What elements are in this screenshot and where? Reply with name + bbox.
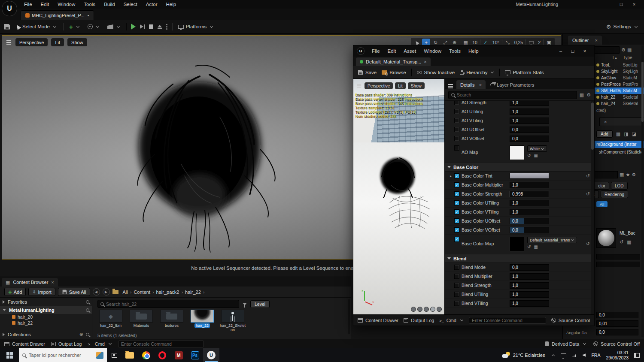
custom-shape-icon[interactable] (437, 307, 442, 312)
parameter-value[interactable]: 1,0 (510, 291, 549, 298)
show-dropdown[interactable]: Show (67, 38, 87, 46)
parameter-row[interactable]: Base Color Multiplier 1,0 ↺ (445, 181, 594, 190)
opera-button[interactable] (154, 348, 170, 362)
material-instance-window[interactable]: FileEditAssetWindowToolsHelp – □ × Defau… (353, 45, 595, 326)
panel-menu-icon[interactable] (448, 86, 453, 87)
project-root-item[interactable]: MetaHumanLighting (0, 306, 92, 314)
forward-button[interactable]: ► (103, 288, 110, 296)
tab-rendering[interactable]: Rendering (601, 190, 628, 198)
console-command-input[interactable] (472, 318, 543, 323)
asset-tile[interactable]: hair_22_fbm (97, 310, 124, 332)
cube-shape-icon[interactable] (424, 307, 429, 312)
weather-widget[interactable]: 21°C Eclaircies (502, 352, 545, 359)
clock[interactable]: 03:31 29/09/2023 (606, 350, 629, 360)
parameter-value[interactable]: 0,998 (510, 191, 549, 197)
lit-mode-dropdown[interactable]: Lit (395, 82, 406, 89)
frame-skip-button[interactable] (140, 24, 145, 29)
maximize-button[interactable]: □ (567, 48, 579, 54)
parameter-row[interactable]: Base Color UTiling 1,0 ↺ (445, 199, 594, 208)
menu-item[interactable]: Actor (142, 0, 162, 8)
lit-mode-dropdown[interactable]: Lit (51, 38, 64, 46)
collections-section[interactable]: Collections ⊕ (0, 330, 92, 338)
start-button[interactable] (0, 348, 19, 362)
minimize-button[interactable]: – (602, 0, 615, 9)
search-icon[interactable] (86, 300, 89, 304)
display-filter-icon[interactable]: ▦ (580, 93, 584, 97)
override-checkbox[interactable] (454, 182, 459, 187)
details-settings-icon[interactable]: ⚙ (586, 93, 591, 97)
viewport-menu-icon[interactable] (357, 85, 361, 86)
reset-icon[interactable]: ↺ (586, 173, 590, 179)
console-command-input[interactable] (121, 341, 201, 347)
material-slot-name[interactable]: ML_Bac (620, 231, 635, 235)
override-checkbox[interactable] (454, 209, 459, 214)
keyboard-language[interactable]: FRA (591, 353, 600, 358)
cinematics-dropdown[interactable] (106, 23, 122, 30)
base-color-map-row[interactable]: Base Color Map Default_Material_Trans ↺ … (445, 235, 594, 254)
angle-snap-value[interactable]: 10° (491, 40, 501, 45)
add-button[interactable]: +Add (4, 288, 26, 296)
asset-tile[interactable]: hair_22 (189, 310, 216, 332)
tray-expand-icon[interactable] (552, 354, 555, 357)
add-component-button[interactable]: Add (596, 130, 613, 138)
menu-item[interactable]: Select (119, 0, 142, 8)
source-control-button[interactable]: Source Control (551, 318, 590, 323)
camera-speed-value[interactable]: 2 (537, 40, 542, 45)
back-button[interactable]: ◄ (93, 288, 100, 296)
menu-item[interactable]: Help (465, 47, 483, 55)
menu-item[interactable]: Tools (445, 47, 465, 55)
menu-item[interactable]: File (368, 47, 384, 55)
use-selected-icon[interactable]: ↺ (527, 244, 531, 249)
hierarchy-dropdown[interactable]: Hierarchy (460, 70, 494, 75)
override-checkbox[interactable] (454, 173, 459, 178)
field-value[interactable]: 0,0 (596, 329, 638, 335)
search-icon[interactable] (86, 308, 89, 312)
close-button[interactable]: × (628, 0, 641, 9)
tree-folder-item[interactable]: hair_20 (0, 314, 92, 320)
menu-item[interactable]: Build (100, 0, 119, 8)
parameter-value[interactable]: 1,0 (510, 209, 549, 215)
parameter-value[interactable]: 1,0 (510, 109, 549, 115)
breadcrumb-item[interactable]: All (123, 290, 128, 295)
close-icon[interactable]: × (51, 280, 54, 285)
outliner-filter-icon[interactable]: ▦ (627, 48, 632, 52)
content-drawer-button[interactable]: Content Drawer (4, 341, 45, 347)
perspective-dropdown[interactable]: Perspective (15, 38, 48, 46)
display-tray-icon[interactable] (561, 353, 566, 357)
parameter-value[interactable]: 1,0 (510, 200, 549, 206)
close-icon[interactable]: × (424, 59, 426, 64)
asset-tile[interactable]: Materials (128, 310, 155, 332)
override-checkbox[interactable] (454, 200, 459, 205)
asset-search-input[interactable] (106, 302, 226, 307)
parameter-value[interactable]: 1,0 (510, 182, 549, 188)
details-search-input[interactable] (457, 92, 574, 97)
expander-icon[interactable]: ▸ (450, 174, 454, 178)
reset-icon[interactable]: ↺ (586, 191, 590, 197)
breadcrumb-item[interactable]: Content (134, 290, 150, 295)
details-scrollbar-thumb[interactable] (591, 103, 594, 150)
menu-item[interactable]: Asset (400, 47, 420, 55)
menu-item[interactable]: Tools (79, 0, 100, 8)
override-checkbox[interactable] (454, 127, 459, 132)
texture-swatch[interactable] (510, 237, 524, 251)
photoshop-button[interactable] (187, 348, 203, 362)
override-checkbox[interactable] (454, 145, 459, 151)
show-dropdown[interactable]: Show (408, 82, 425, 89)
level-filter-chip[interactable]: Level (250, 300, 270, 308)
parameter-value[interactable]: 1,0 (510, 282, 549, 289)
parameter-row[interactable]: AO UOffset 0,0 ↺ (445, 125, 594, 134)
task-view-button[interactable] (107, 353, 122, 358)
property-bar[interactable] (596, 254, 640, 259)
parameter-value[interactable]: 1,0 (510, 273, 549, 280)
sphere-shape-icon[interactable] (417, 307, 422, 312)
platforms-dropdown[interactable]: Platforms (176, 22, 216, 31)
property-bar[interactable] (596, 262, 640, 267)
volume-icon[interactable] (583, 353, 586, 357)
override-checkbox[interactable] (454, 218, 459, 223)
details-search-box[interactable] (448, 91, 577, 99)
asset-search-box[interactable] (97, 300, 239, 308)
tab-layer-parameters[interactable]: Layer Parameters (486, 80, 538, 89)
override-checkbox[interactable] (454, 301, 459, 306)
details-tab-partial[interactable]: × (599, 118, 644, 126)
field-value[interactable]: 0,0 (596, 312, 638, 318)
